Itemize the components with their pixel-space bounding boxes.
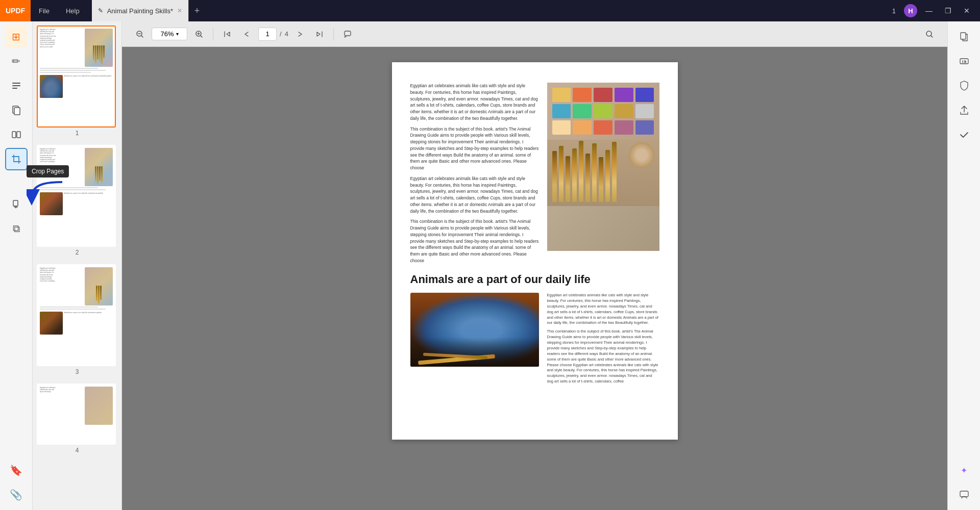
- title-bar: UPDF File Help ✎ Animal Painting Skills*…: [0, 0, 980, 21]
- body-text-3: Egyptian art celebrates animals like cat…: [410, 175, 539, 215]
- sidebar-tool-annotate[interactable]: [5, 74, 28, 97]
- zoom-in-button[interactable]: [191, 27, 207, 42]
- svg-rect-10: [345, 31, 351, 36]
- sidebar-tool-crop[interactable]: [5, 148, 28, 170]
- active-tab[interactable]: ✎ Animal Painting Skills* ✕: [92, 0, 189, 21]
- body-text-2: This combination is the subject of this …: [410, 126, 539, 171]
- sidebar-right-convert[interactable]: [953, 26, 975, 48]
- page-right-column-image: [547, 83, 659, 264]
- svg-rect-7: [13, 200, 18, 206]
- svg-rect-2: [12, 88, 17, 89]
- page-indicator: 1: [888, 5, 900, 17]
- page-separator: /: [280, 30, 282, 38]
- tab-edit-icon: ✎: [98, 7, 103, 14]
- sidebar-right-ocr[interactable]: [953, 50, 975, 72]
- thumbnail-panel: Egyptian art celebratesanimals like cats…: [33, 21, 122, 510]
- nav-first-button[interactable]: [219, 27, 235, 42]
- butterfly-image: [410, 293, 539, 367]
- sidebar-tool-pages[interactable]: [5, 99, 28, 121]
- document-canvas: Egyptian art celebrates animals like cat…: [122, 47, 947, 510]
- toolbar: 76% ▾ / 4: [122, 21, 947, 47]
- sidebar-right-protect[interactable]: [953, 74, 975, 97]
- app-logo: UPDF: [0, 0, 31, 21]
- sidebar-tool-edit[interactable]: ✏: [5, 50, 28, 72]
- right-col-text-2: This combination is the subject of this …: [547, 329, 659, 385]
- nav-last-button[interactable]: [312, 27, 327, 42]
- thumbnail-num-2: 2: [37, 249, 117, 256]
- thumbnail-num-4: 4: [37, 447, 117, 454]
- main-heading: Animals are a part of our daily life: [410, 272, 659, 287]
- page-navigation: / 4: [258, 28, 288, 41]
- menu-file[interactable]: File: [31, 0, 58, 21]
- sidebar-right-check[interactable]: [953, 123, 975, 146]
- tab-close-icon[interactable]: ✕: [177, 7, 182, 14]
- close-button[interactable]: ✕: [960, 5, 974, 17]
- thumbnail-page-1[interactable]: Egyptian art celebratesanimals like cats…: [37, 26, 117, 137]
- sidebar-right-share[interactable]: [953, 99, 975, 121]
- thumbnail-page-4[interactable]: Egyptian art celebratesanimals like cats…: [37, 384, 117, 454]
- svg-rect-4: [14, 108, 20, 115]
- svg-rect-12: [961, 33, 966, 39]
- sidebar-tool-grid[interactable]: ⊞: [5, 26, 28, 48]
- nav-next-button[interactable]: [292, 27, 308, 42]
- main-area: ⊞ ✏ Crop Pages ⧉ 🔖 📎: [0, 21, 980, 510]
- zoom-out-button[interactable]: [132, 27, 148, 42]
- total-pages: 4: [285, 30, 288, 38]
- butterfly-image-col: [410, 293, 539, 385]
- svg-rect-0: [12, 83, 20, 84]
- menu-bar: File Help: [31, 0, 88, 21]
- user-avatar[interactable]: H: [904, 4, 917, 17]
- sidebar-right-ai[interactable]: ✦: [953, 459, 975, 481]
- page-right-text-col: Egyptian art celebrates animals like cat…: [547, 293, 659, 385]
- app-name: UPDF: [6, 7, 25, 15]
- tab-bar: ✎ Animal Painting Skills* ✕ +: [92, 0, 205, 21]
- menu-help[interactable]: Help: [58, 0, 88, 21]
- sidebar-tool-attachment[interactable]: 📎: [5, 483, 28, 506]
- document-page: Egyptian art celebrates animals like cat…: [392, 62, 678, 440]
- nav-prev-button[interactable]: [239, 27, 254, 42]
- right-sidebar: ✦: [947, 21, 980, 510]
- zoom-value: 76%: [160, 30, 174, 38]
- svg-rect-6: [17, 132, 20, 138]
- add-tab-button[interactable]: +: [189, 0, 205, 21]
- svg-rect-1: [12, 85, 20, 86]
- sidebar-right-chat[interactable]: [953, 483, 975, 506]
- current-page-input[interactable]: [258, 28, 277, 41]
- tab-label: Animal Painting Skills*: [107, 7, 173, 15]
- search-button[interactable]: [922, 27, 937, 42]
- title-bar-right: 1 H — ❐ ✕: [888, 4, 980, 17]
- page-bottom-section: Egyptian art celebrates animals like cat…: [410, 293, 659, 385]
- comment-button[interactable]: [340, 27, 355, 42]
- sidebar-tool-bookmark[interactable]: 🔖: [5, 459, 28, 481]
- right-col-text-1: Egyptian art celebrates animals like cat…: [547, 293, 659, 326]
- arrow-indicator: [27, 177, 67, 218]
- thumbnail-num-1: 1: [37, 130, 117, 137]
- paint-palette-image: [547, 83, 659, 251]
- sidebar-tool-layers[interactable]: ⧉: [5, 217, 28, 240]
- sidebar-tool-extract[interactable]: [5, 193, 28, 215]
- thumbnail-page-3[interactable]: Egyptian art celebratesanimals like cats…: [37, 264, 117, 375]
- svg-rect-5: [12, 132, 16, 138]
- page-top-section: Egyptian art celebrates animals like cat…: [410, 83, 659, 264]
- svg-rect-14: [960, 491, 968, 497]
- sidebar-tool-compare[interactable]: [5, 123, 28, 146]
- body-text-4: This combination is the subject of this …: [410, 218, 539, 264]
- body-text-1: Egyptian art celebrates animals like cat…: [410, 83, 539, 122]
- zoom-dropdown-icon: ▾: [176, 31, 179, 37]
- thumbnail-num-3: 3: [37, 368, 117, 375]
- page-left-column: Egyptian art celebrates animals like cat…: [410, 83, 539, 264]
- maximize-button[interactable]: ❐: [941, 5, 955, 17]
- zoom-level-display[interactable]: 76% ▾: [152, 28, 187, 40]
- document-area: 76% ▾ / 4: [122, 21, 947, 510]
- minimize-button[interactable]: —: [921, 5, 937, 17]
- left-sidebar: ⊞ ✏ Crop Pages ⧉ 🔖 📎: [0, 21, 33, 510]
